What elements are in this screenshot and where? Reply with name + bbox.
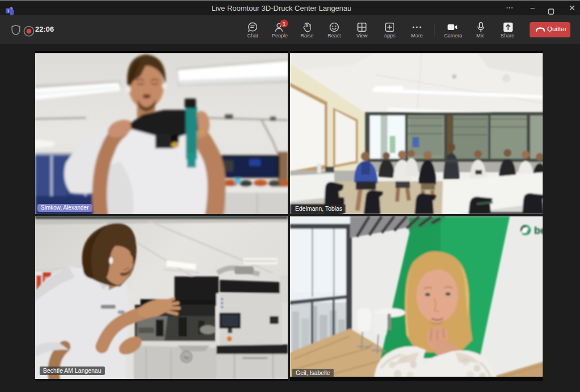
svg-text:1: 1 xyxy=(283,21,285,27)
svg-text:hp: hp xyxy=(184,355,189,360)
svg-text:be: be xyxy=(534,225,543,236)
